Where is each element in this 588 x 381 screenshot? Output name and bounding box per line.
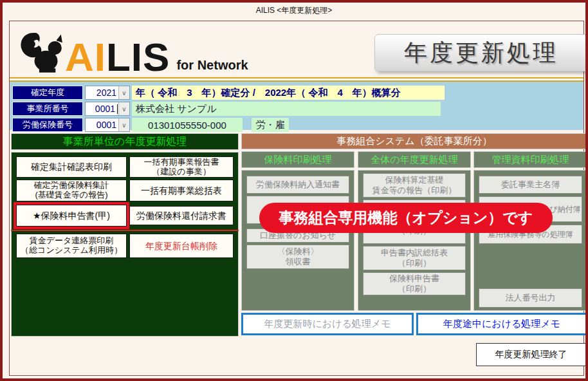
squirrel-logo-icon [15, 29, 65, 77]
label-labor-insurance-number: 労働保険番号 [12, 118, 83, 132]
button-itaku-jigyonushi-meibo[interactable]: 委託事業主名簿 [479, 176, 582, 194]
button-daicho-sakujo[interactable]: 年度更新台帳削除 [129, 234, 234, 258]
button-nonyu-tsuchisho[interactable]: 労働保険料納入通知書 [246, 176, 349, 194]
exit-button[interactable]: 年度更新処理終了 [476, 343, 586, 366]
button-ikkatsu-yuki-sokatsuhyo[interactable]: 一括有期事業総括表 [129, 180, 234, 201]
column-header-kanri-shiryo: 管理資料印刷処理 [473, 151, 587, 168]
company-name: 株式会社 サンプル [132, 102, 441, 116]
memo-button-nendo-koshin[interactable]: 年度更新時における処理メモ [241, 313, 414, 335]
window-title: AILIS <年度更新処理> [3, 5, 585, 16]
button-santei-kiso-chingin-print[interactable]: 保険料算定基礎賃金等の報告（印刷） [363, 173, 466, 198]
column-header-hokenryo-print: 保険料印刷処理 [241, 151, 354, 168]
button-kakutei-rodo-hokenryo-shukei[interactable]: 確定労働保険料集計(基礎賃金等の報告) [16, 180, 127, 201]
button-kanpu-seikyusho[interactable]: 労働保険料還付請求書 [129, 206, 234, 225]
insurance-type-tag: 労・雇 [252, 118, 289, 132]
labor-insurance-select[interactable]: 0001 ∨ [85, 118, 130, 132]
column-header-zentai-koshin: 全体の年度更新処理 [358, 151, 471, 168]
main-window: AILIS for Network 年度更新処理 確定年度 2021 ∨ 年（ … [9, 21, 584, 376]
fiscal-year-description: 年（ 令和 3 年）確定分 / 2022年（ 令和 4 年）概算分 [132, 86, 445, 100]
memo-button-nendo-tochu[interactable]: 年度途中における処理メモ [416, 313, 587, 335]
button-kakutei-shukei-print[interactable]: 確定集計確認表印刷 [16, 156, 127, 178]
label-office-number: 事業所番号 [12, 102, 83, 116]
ailis-logo: AILIS for Network [15, 26, 248, 77]
logo-subtitle: for Network [176, 58, 248, 73]
button-hokenryo-ryoshusho[interactable]: 〈保険料〉領収書 [246, 245, 349, 269]
button-hokenryo-shinkokusho-print[interactable]: 保険料申告書（印刷） [363, 272, 466, 295]
button-chingin-data-renrakuhyo[interactable]: 賃金データ連絡票印刷（総コンシステム利用時） [16, 234, 127, 258]
button-shinkokusho-uchiwake-sokatsuhyo[interactable]: 申告書内訳総括表（印刷） [363, 246, 466, 270]
office-number-select[interactable]: 0001 ∨ [85, 102, 130, 116]
chevron-down-icon[interactable]: ∨ [118, 118, 129, 131]
text-cursor [117, 104, 118, 114]
red-divider [11, 230, 239, 231]
chevron-down-icon[interactable]: ∨ [118, 102, 129, 115]
selection-form: 確定年度 2021 ∨ 年（ 令和 3 年）確定分 / 2022年（ 令和 4 … [10, 82, 583, 130]
option-feature-banner: 事務組合専用機能（オプション）です [259, 203, 553, 233]
gold-separator [10, 77, 583, 82]
jimukumiai-panel-header: 事務組合システム（委託事業所分） [241, 133, 587, 149]
button-hokenryo-shinkokusho-ko[interactable]: ★保険料申告書(甲) [16, 205, 127, 227]
page-title: 年度更新処理 [374, 34, 588, 71]
chevron-down-icon[interactable]: ∨ [118, 86, 129, 99]
office-panel-header: 事業所単位の年度更新処理 [11, 133, 239, 150]
labor-insurance-number: 01301055550-000 [132, 118, 243, 132]
button-ikkatsu-yuki-hokokusho[interactable]: 一括有期事業報告書（建設の事業） [129, 156, 234, 178]
logo-wordmark: AILIS [65, 39, 170, 77]
highlight-red-frame: ★保険料申告書(甲) [14, 202, 129, 229]
label-fiscal-year: 確定年度 [12, 86, 83, 100]
button-hojin-bango-output[interactable]: 法人番号出力 [479, 288, 582, 308]
fiscal-year-select[interactable]: 2021 ∨ [85, 86, 130, 100]
